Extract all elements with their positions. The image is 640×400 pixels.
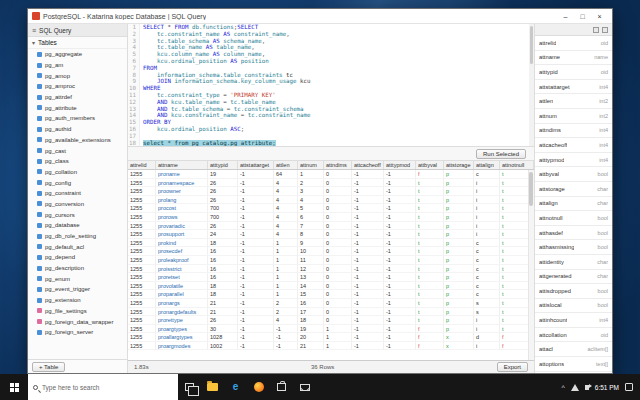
field-item-attoptions[interactable]: attoptionstext[] bbox=[535, 357, 612, 372]
notification-center-icon[interactable] bbox=[625, 383, 633, 391]
sidebar-item-pg_default_acl[interactable]: pg_default_acl bbox=[28, 241, 127, 252]
sidebar-item-pg_authid[interactable]: pg_authid bbox=[28, 124, 127, 135]
clock[interactable]: 6:51 PM bbox=[595, 384, 619, 391]
field-item-attacl[interactable]: attaclaclitem[] bbox=[535, 342, 612, 357]
sidebar-item-pg_config[interactable]: pg_config bbox=[28, 177, 127, 188]
table-row[interactable]: 1255proisstrict16-11120-1-1tpct bbox=[128, 265, 534, 274]
close-button[interactable]: × bbox=[591, 9, 608, 23]
grid-scrollbar[interactable] bbox=[528, 170, 534, 360]
table-row[interactable]: 1255prokind18-1190-1-1tpct bbox=[128, 239, 534, 248]
column-header-atttypmod[interactable]: atttypmod bbox=[384, 161, 416, 169]
field-item-attisdropped[interactable]: attisdroppedbool bbox=[535, 284, 612, 299]
sidebar-item-pg_description[interactable]: pg_description bbox=[28, 263, 127, 274]
column-header-attlen[interactable]: attlen bbox=[274, 161, 298, 169]
field-item-attstorage[interactable]: attstoragechar bbox=[535, 182, 612, 197]
column-header-attstattarget[interactable]: attstattarget bbox=[238, 161, 274, 169]
field-item-attbyval[interactable]: attbyvalbool bbox=[535, 167, 612, 182]
store-button[interactable] bbox=[270, 374, 293, 400]
sidebar-item-pg_amproc[interactable]: pg_amproc bbox=[28, 81, 127, 92]
sidebar-item-pg_aggregate[interactable]: pg_aggregate bbox=[28, 49, 127, 60]
sidebar-item-pg_file_settings[interactable]: pg_file_settings bbox=[28, 306, 127, 317]
file-explorer-button[interactable] bbox=[201, 374, 224, 400]
table-row[interactable]: 1255proallargtypes1028-1-1201-1-1fxdf bbox=[128, 333, 534, 342]
table-row[interactable]: 1255proargtypes30-1-1191-1-1fpit bbox=[128, 325, 534, 334]
firefox-button[interactable] bbox=[247, 374, 270, 400]
field-item-attidentity[interactable]: attidentitychar bbox=[535, 255, 612, 270]
sidebar-item-pg_attribute[interactable]: pg_attribute bbox=[28, 102, 127, 113]
column-header-attnum[interactable]: attnum bbox=[298, 161, 324, 169]
field-item-attstattarget[interactable]: attstattargetint4 bbox=[535, 80, 612, 95]
volume-icon[interactable] bbox=[585, 385, 589, 390]
sidebar-item-pg_event_trigger[interactable]: pg_event_trigger bbox=[28, 284, 127, 295]
field-item-attalign[interactable]: attalignchar bbox=[535, 197, 612, 212]
menu-icon[interactable]: ≡ bbox=[32, 27, 36, 34]
table-row[interactable]: 1255prosecdef16-11100-1-1tpct bbox=[128, 247, 534, 256]
table-row[interactable]: 1255prolang26-1440-1-1tpit bbox=[128, 196, 534, 205]
sidebar-item-pg_collation[interactable]: pg_collation bbox=[28, 167, 127, 178]
sidebar-header-sql-query[interactable]: ≡ SQL Query bbox=[28, 24, 127, 37]
table-row[interactable]: 1255proretset16-11130-1-1tpct bbox=[128, 273, 534, 282]
table-row[interactable]: 1255proleakproof16-11110-1-1tpct bbox=[128, 256, 534, 265]
sidebar-item-pg_extension[interactable]: pg_extension bbox=[28, 295, 127, 306]
sidebar-item-pg_db_role_setting[interactable]: pg_db_role_setting bbox=[28, 231, 127, 242]
column-header-attndims[interactable]: attndims bbox=[324, 161, 352, 169]
field-item-atthasmissing[interactable]: atthasmissingbool bbox=[535, 240, 612, 255]
sidebar-item-pg_constraint[interactable]: pg_constraint bbox=[28, 188, 127, 199]
sidebar-item-pg_foreign_server[interactable]: pg_foreign_server bbox=[28, 327, 127, 338]
column-header-attstorage[interactable]: attstorage bbox=[444, 161, 474, 169]
sql-editor[interactable]: 1SELECT * FROM db.functions;SELECT2 tc.c… bbox=[128, 24, 534, 147]
start-button[interactable] bbox=[0, 374, 28, 400]
column-header-attalign[interactable]: attalign bbox=[474, 161, 500, 169]
field-item-attislocal[interactable]: attislocalbool bbox=[535, 299, 612, 314]
table-row[interactable]: 1255proargmodes1002-1-1211-1-1fxif bbox=[128, 342, 534, 351]
refresh-icon[interactable] bbox=[593, 27, 599, 33]
field-item-attgenerated[interactable]: attgeneratedchar bbox=[535, 270, 612, 285]
titlebar[interactable]: PostgreSQL - Katarina kopec Database | S… bbox=[28, 9, 612, 24]
field-item-attnum[interactable]: attnumint2 bbox=[535, 109, 612, 124]
table-row[interactable]: 1255pronargs21-12160-1-1tpst bbox=[128, 299, 534, 308]
maximize-button[interactable]: □ bbox=[574, 9, 591, 23]
table-row[interactable]: 1255provolatile18-11140-1-1tpct bbox=[128, 282, 534, 291]
table-row[interactable]: 1255proowner26-1430-1-1tpit bbox=[128, 187, 534, 196]
edge-button[interactable]: e bbox=[224, 374, 247, 400]
sidebar-item-pg_attrdef[interactable]: pg_attrdef bbox=[28, 92, 127, 103]
run-selected-button[interactable]: Run Selected bbox=[476, 149, 526, 159]
sidebar-item-pg_database[interactable]: pg_database bbox=[28, 220, 127, 231]
sidebar-item-pg_enum[interactable]: pg_enum bbox=[28, 273, 127, 284]
sidebar-item-pg_auth_members[interactable]: pg_auth_members bbox=[28, 113, 127, 124]
sidebar-item-pg_cast[interactable]: pg_cast bbox=[28, 145, 127, 156]
network-icon[interactable] bbox=[571, 384, 579, 391]
sidebar-item-pg_depend[interactable]: pg_depend bbox=[28, 252, 127, 263]
minimize-button[interactable]: – bbox=[557, 9, 574, 23]
sidebar-item-pg_class[interactable]: pg_class bbox=[28, 156, 127, 167]
sidebar-item-pg_cursors[interactable]: pg_cursors bbox=[28, 209, 127, 220]
column-header-atttypid[interactable]: atttypid bbox=[208, 161, 238, 169]
field-item-attnotnull[interactable]: attnotnullbool bbox=[535, 211, 612, 226]
add-table-button[interactable]: + Table bbox=[32, 362, 65, 372]
field-item-attlen[interactable]: attlenint2 bbox=[535, 94, 612, 109]
field-item-attname[interactable]: attnamename bbox=[535, 51, 612, 66]
sidebar-item-pg_foreign_data_wrapper[interactable]: pg_foreign_data_wrapper bbox=[28, 316, 127, 327]
column-header-attrelid[interactable]: attrelid bbox=[128, 161, 156, 169]
editor-scrollbar[interactable] bbox=[529, 24, 534, 146]
column-header-attnotnull[interactable]: attnotnull bbox=[500, 161, 534, 169]
tray-expand-icon[interactable]: ^ bbox=[561, 384, 564, 391]
field-item-atttypid[interactable]: atttypidoid bbox=[535, 65, 612, 80]
table-row[interactable]: 1255procost700-1450-1-1tpit bbox=[128, 204, 534, 213]
field-item-atttypmod[interactable]: atttypmodint4 bbox=[535, 153, 612, 168]
mail-button[interactable] bbox=[293, 374, 316, 400]
table-row[interactable]: 1255pronargdefaults21-12170-1-1tpst bbox=[128, 308, 534, 317]
sidebar-item-pg_available_extensions[interactable]: pg_available_extensions bbox=[28, 135, 127, 146]
sidebar-item-pg_am[interactable]: pg_am bbox=[28, 60, 127, 71]
table-row[interactable]: 1255provariadic26-1470-1-1tpit bbox=[128, 222, 534, 231]
field-item-attcollation[interactable]: attcollationoid bbox=[535, 328, 612, 343]
sidebar-item-pg_amop[interactable]: pg_amop bbox=[28, 70, 127, 81]
table-row[interactable]: 1255proparallel18-11150-1-1tpct bbox=[128, 290, 534, 299]
sidebar-item-pg_conversion[interactable]: pg_conversion bbox=[28, 199, 127, 210]
table-row[interactable]: 1255prosupport24-1480-1-1tpit bbox=[128, 230, 534, 239]
table-row[interactable]: 1255pronamespace26-1420-1-1tpit bbox=[128, 179, 534, 188]
column-header-attcacheoff[interactable]: attcacheoff bbox=[352, 161, 384, 169]
field-item-attcacheoff[interactable]: attcacheoffint4 bbox=[535, 138, 612, 153]
table-row[interactable]: 1255proname19-16410-1-1fpct bbox=[128, 170, 534, 179]
taskbar-search[interactable]: Type here to search bbox=[28, 374, 178, 400]
